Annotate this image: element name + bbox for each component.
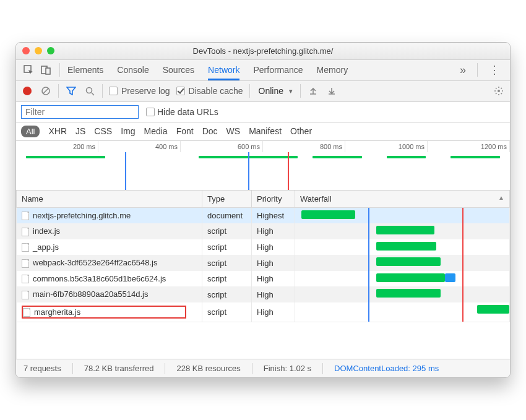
request-name-text: index.js <box>33 226 60 236</box>
search-icon[interactable] <box>84 85 96 97</box>
tab-sources[interactable]: Sources <box>163 60 194 80</box>
request-name: nextjs-prefetching.glitch.me <box>17 207 202 223</box>
tick-label: 600 ms <box>181 141 263 152</box>
request-name: main-6fb76b8890aa20a5514d.js <box>17 286 202 302</box>
type-filter-xhr[interactable]: XHR <box>48 126 67 136</box>
request-waterfall <box>295 271 510 287</box>
tab-network[interactable]: Network <box>208 60 239 80</box>
overview-bar <box>387 156 426 158</box>
file-icon <box>22 259 29 268</box>
request-name: _app.js <box>17 239 202 255</box>
waterfall-segment <box>477 305 509 314</box>
svg-line-6 <box>92 93 94 95</box>
filter-input[interactable] <box>21 105 139 119</box>
request-type: script <box>202 239 252 255</box>
type-filter-js[interactable]: JS <box>75 126 85 136</box>
type-filter-media[interactable]: Media <box>144 126 168 136</box>
type-filter-other[interactable]: Other <box>290 126 312 136</box>
waterfall-marker <box>462 286 463 302</box>
waterfall-segment <box>376 273 445 282</box>
request-name: margherita.js <box>17 302 202 322</box>
svg-point-7 <box>498 90 500 92</box>
request-priority: High <box>252 239 295 255</box>
timeline-overview[interactable]: 200 ms400 ms600 ms800 ms1000 ms1200 ms <box>16 141 510 191</box>
disable-cache-label: Disable cache <box>189 86 243 96</box>
zoom-window-button[interactable] <box>47 47 54 54</box>
type-filter-row: All XHRJSCSSImgMediaFontDocWSManifestOth… <box>16 122 510 141</box>
separator <box>322 363 323 374</box>
filter-toggle-icon[interactable] <box>65 85 77 97</box>
traffic-lights <box>22 47 54 54</box>
request-row[interactable]: margherita.jsscriptHigh <box>17 302 510 322</box>
request-priority: High <box>252 286 295 302</box>
request-row[interactable]: index.jsscriptHigh <box>17 223 510 239</box>
type-filter-img[interactable]: Img <box>121 126 135 136</box>
waterfall-segment <box>376 226 434 234</box>
waterfall-marker <box>462 223 463 239</box>
more-tabs-button[interactable]: » <box>454 64 472 77</box>
request-name-text: main-6fb76b8890aa20a5514d.js <box>33 289 149 299</box>
type-filter-font[interactable]: Font <box>176 126 194 136</box>
request-waterfall <box>295 286 510 302</box>
request-type: script <box>202 302 252 322</box>
tab-console[interactable]: Console <box>117 60 149 80</box>
column-waterfall[interactable]: Waterfall <box>295 191 510 208</box>
tab-elements[interactable]: Elements <box>67 60 103 80</box>
request-row[interactable]: _app.jsscriptHigh <box>17 239 510 255</box>
device-toolbar-icon[interactable] <box>38 62 53 77</box>
request-waterfall <box>295 302 510 322</box>
waterfall-marker <box>368 239 369 255</box>
panel-tabbar: ElementsConsoleSourcesNetworkPerformance… <box>16 60 510 81</box>
svg-rect-2 <box>46 68 50 74</box>
preserve-log-checkbox[interactable]: Preserve log <box>109 86 170 96</box>
request-name-text: margherita.js <box>34 307 80 317</box>
type-filter-ws[interactable]: WS <box>226 126 241 136</box>
type-filter-css[interactable]: CSS <box>94 126 112 136</box>
request-row[interactable]: webpack-3df6523e264ff2ac6548.jsscriptHig… <box>17 255 510 271</box>
separator <box>102 84 103 98</box>
minimize-window-button[interactable] <box>35 47 42 54</box>
export-har-icon[interactable] <box>326 85 338 97</box>
tick-label: 400 ms <box>98 141 181 152</box>
request-priority: High <box>252 271 295 287</box>
column-type[interactable]: Type <box>202 191 252 208</box>
request-row[interactable]: commons.b5c3a18c605d1be6c624.jsscriptHig… <box>17 271 510 287</box>
window-title: DevTools - nextjs-prefetching.glitch.me/ <box>16 46 510 56</box>
waterfall-marker <box>368 302 369 322</box>
tab-memory[interactable]: Memory <box>317 60 348 80</box>
request-row[interactable]: main-6fb76b8890aa20a5514d.jsscriptHigh <box>17 286 510 302</box>
throttling-select[interactable]: Online <box>256 85 294 97</box>
import-har-icon[interactable] <box>307 85 319 97</box>
request-name: webpack-3df6523e264ff2ac6548.js <box>17 255 202 271</box>
file-icon <box>22 275 29 283</box>
tab-performance[interactable]: Performance <box>253 60 303 80</box>
panel-tabs: ElementsConsoleSourcesNetworkPerformance… <box>67 60 454 80</box>
type-filter-doc[interactable]: Doc <box>202 126 218 136</box>
inspect-element-icon[interactable] <box>21 62 36 77</box>
network-settings-icon[interactable] <box>493 85 505 97</box>
timeline-bars <box>16 152 510 190</box>
type-filter-manifest[interactable]: Manifest <box>249 126 282 136</box>
request-priority: High <box>252 255 295 271</box>
request-type: script <box>202 255 252 271</box>
type-filter-all[interactable]: All <box>21 126 40 137</box>
customize-menu-icon[interactable]: ⋮ <box>483 63 506 77</box>
status-resources: 228 KB resources <box>176 364 240 373</box>
file-icon <box>22 291 29 299</box>
column-priority[interactable]: Priority <box>252 191 295 208</box>
file-icon <box>22 212 29 220</box>
disable-cache-checkbox[interactable]: Disable cache <box>176 86 243 96</box>
close-window-button[interactable] <box>22 47 30 54</box>
request-name: commons.b5c3a18c605d1be6c624.js <box>17 271 202 287</box>
separator <box>165 363 165 374</box>
hide-data-urls-checkbox[interactable]: Hide data URLs <box>146 107 218 117</box>
requests-table: Name Type Priority Waterfall nextjs-pref… <box>16 191 510 359</box>
request-row[interactable]: nextjs-prefetching.glitch.medocumentHigh… <box>17 207 510 223</box>
request-priority: High <box>252 223 295 239</box>
clear-button[interactable] <box>40 85 52 97</box>
column-name[interactable]: Name <box>17 191 202 208</box>
svg-line-4 <box>43 88 48 93</box>
separator <box>252 363 252 374</box>
request-type: script <box>202 286 252 302</box>
record-button[interactable] <box>21 85 33 97</box>
